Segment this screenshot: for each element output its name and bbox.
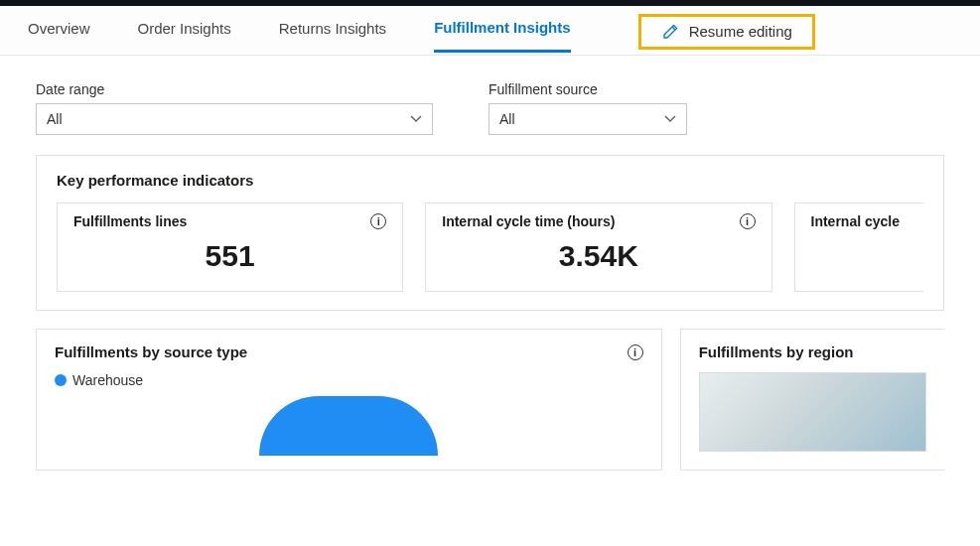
info-icon[interactable] [740,213,756,229]
tab-fulfillment-insights[interactable]: Fulfillment Insights [434,19,571,53]
kpi-title: Internal cycle time (hours) [442,213,615,229]
kpi-card-fulfillments-lines: Fulfillments lines 551 [57,203,403,292]
tab-bar: Overview Order Insights Returns Insights… [0,6,980,56]
pencil-icon [661,23,679,41]
resume-editing-button[interactable]: Resume editing [638,14,815,50]
info-icon[interactable] [628,344,643,360]
dropdown-fulfillment-source-value: All [499,111,515,127]
panel-fulfillments-by-source-type: Fulfillments by source type Warehouse [36,329,662,471]
kpi-title: Fulfillments lines [73,213,187,229]
dropdown-fulfillment-source[interactable]: All [489,103,687,135]
filter-label-fulfillment-source: Fulfillment source [489,81,687,97]
kpi-card-internal-cycle-time: Internal cycle time (hours) 3.54K [425,203,771,292]
chart-legend-item[interactable]: Warehouse [55,372,643,388]
pie-chart [259,396,438,456]
resume-editing-label: Resume editing [689,23,792,40]
region-map[interactable] [699,372,926,452]
chevron-down-icon [410,115,422,123]
tab-overview[interactable]: Overview [28,20,90,51]
filter-fulfillment-source: Fulfillment source All [489,81,687,135]
kpi-value: 551 [73,235,386,275]
page-content: Date range All Fulfillment source All Ke… [0,56,980,471]
filter-label-date-range: Date range [36,81,433,97]
kpi-value: 3.54K [442,235,755,275]
filter-row: Date range All Fulfillment source All [36,81,944,135]
tab-order-insights[interactable]: Order Insights [138,20,231,51]
bottom-panels-row: Fulfillments by source type Warehouse Fu… [36,329,944,471]
panel-fulfillments-by-region: Fulfillments by region [680,329,944,471]
kpi-title: Internal cycle [811,213,901,229]
info-icon[interactable] [370,213,386,229]
legend-color-swatch [55,374,67,386]
dropdown-date-range[interactable]: All [36,103,433,135]
chevron-down-icon [664,115,676,123]
panel-title: Fulfillments by region [699,343,854,360]
panel-title: Fulfillments by source type [55,343,247,360]
kpi-card-internal-cycle-partial: Internal cycle [794,203,923,292]
dropdown-date-range-value: All [47,111,63,127]
kpi-panel: Key performance indicators Fulfillments … [36,155,944,311]
kpi-card-row: Fulfillments lines 551 Internal cycle ti… [57,203,923,292]
filter-date-range: Date range All [36,81,433,135]
legend-label: Warehouse [72,372,143,388]
tab-returns-insights[interactable]: Returns Insights [279,20,386,51]
kpi-panel-title: Key performance indicators [57,172,923,189]
